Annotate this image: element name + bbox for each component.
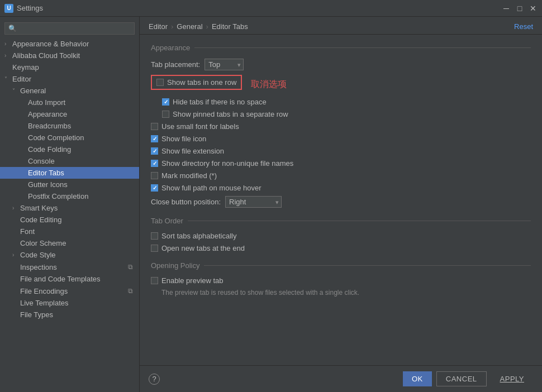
enable-preview-tab-checkbox[interactable]	[151, 277, 158, 284]
sidebar-item-inspections[interactable]: Inspections ⧉	[0, 261, 139, 273]
breadcrumb-editor: Editor	[149, 22, 168, 31]
sort-tabs-alphabetically-checkbox[interactable]	[151, 232, 158, 240]
sidebar-item-label: Gutter Icons	[28, 180, 135, 189]
reset-link[interactable]: Reset	[514, 22, 533, 31]
content-panel: Editor › General › Editor Tabs Reset App…	[140, 17, 542, 392]
appearance-section: Appearance Tab placement: Top Bottom Lef…	[151, 44, 531, 208]
sidebar-item-label: File Types	[20, 310, 135, 319]
show-directory-non-unique-checkbox[interactable]	[151, 160, 158, 167]
sidebar-item-label: Inspections	[20, 263, 126, 271]
close-button[interactable]: ✕	[529, 4, 538, 13]
opening-policy-section-title: Opening Policy	[151, 261, 531, 270]
sidebar-item-smart-keys[interactable]: › Smart Keys	[0, 202, 139, 214]
tab-placement-label: Tab placement:	[151, 60, 200, 69]
open-new-tabs-at-end-checkbox[interactable]	[151, 245, 158, 252]
sidebar-item-appearance[interactable]: Appearance	[0, 108, 139, 120]
ok-button[interactable]: OK	[403, 371, 432, 386]
show-full-path-checkbox[interactable]	[151, 184, 158, 192]
window-controls: ─ □ ✕	[502, 4, 538, 13]
show-pinned-tabs-checkbox[interactable]	[162, 111, 169, 118]
show-full-path-row[interactable]: Show full path on mouse hover	[151, 184, 531, 192]
search-bar[interactable]	[0, 19, 139, 38]
close-button-position-label: Close button position:	[151, 198, 221, 206]
tab-placement-row: Tab placement: Top Bottom Left Right Non…	[151, 59, 531, 70]
show-tabs-one-row-checkbox[interactable]	[156, 79, 164, 86]
show-file-icon-row[interactable]: Show file icon	[151, 135, 531, 143]
sidebar-item-label: Code Folding	[28, 145, 135, 154]
tab-placement-select-wrapper[interactable]: Top Bottom Left Right None	[205, 59, 244, 70]
apply-button[interactable]: APPLY	[491, 372, 533, 386]
open-new-tabs-at-end-label: Open new tabs at the end	[161, 244, 245, 252]
use-small-font-checkbox[interactable]	[151, 123, 158, 130]
tab-order-section-title: Tab Order	[151, 217, 531, 225]
help-button[interactable]: ?	[149, 374, 160, 385]
sidebar-item-general[interactable]: ˅ General	[0, 85, 139, 97]
sidebar-item-alibaba-cloud-toolkit[interactable]: › Alibaba Cloud Toolkit	[0, 50, 139, 61]
sidebar-item-label: File Encodings	[20, 287, 126, 295]
show-file-icon-checkbox[interactable]	[151, 135, 158, 142]
annotation-text: 取消选项	[251, 79, 287, 90]
sort-tabs-alphabetically-row[interactable]: Sort tabs alphabetically	[151, 232, 531, 240]
cancel-button[interactable]: CANCEL	[436, 371, 487, 386]
sidebar-item-file-encodings[interactable]: File Encodings ⧉	[0, 285, 139, 297]
sidebar-item-file-and-code-templates[interactable]: File and Code Templates	[0, 273, 139, 285]
enable-preview-tab-row[interactable]: Enable preview tab	[151, 276, 531, 285]
sidebar-item-postfix-completion[interactable]: Postfix Completion	[0, 190, 139, 202]
sidebar-item-console[interactable]: Console	[0, 155, 139, 167]
sidebar-item-file-types[interactable]: File Types	[0, 309, 139, 321]
window-title: Settings	[17, 4, 502, 12]
sidebar-item-label: Code Style	[20, 251, 135, 259]
show-file-extension-row[interactable]: Show file extension	[151, 147, 531, 155]
opening-policy-section: Opening Policy Enable preview tab The pr…	[151, 261, 531, 297]
sidebar-item-label: Editor	[12, 75, 135, 83]
open-new-tabs-at-end-row[interactable]: Open new tabs at the end	[151, 244, 531, 252]
title-bar: U Settings ─ □ ✕	[0, 0, 542, 17]
sidebar-item-label: File and Code Templates	[20, 275, 135, 283]
show-tabs-one-row-checkbox-row[interactable]: Show tabs in one row	[151, 75, 242, 90]
show-full-path-label: Show full path on mouse hover	[161, 184, 262, 192]
close-button-position-select[interactable]: Left Right Inactive tabs	[225, 196, 282, 208]
sidebar-item-label: Editor Tabs	[28, 169, 135, 177]
expand-arrow: ›	[12, 252, 20, 258]
sidebar-item-font[interactable]: Font	[0, 226, 139, 237]
show-file-extension-checkbox[interactable]	[151, 147, 158, 155]
sidebar-item-code-folding[interactable]: Code Folding	[0, 144, 139, 155]
sidebar-item-label: Alibaba Cloud Toolkit	[12, 51, 135, 60]
sidebar-item-label: Auto Import	[28, 98, 135, 107]
show-file-extension-label: Show file extension	[161, 147, 224, 155]
maximize-button[interactable]: □	[515, 4, 524, 13]
sidebar-item-color-scheme[interactable]: Color Scheme	[0, 237, 139, 249]
tab-placement-select[interactable]: Top Bottom Left Right None	[205, 59, 244, 70]
sidebar-item-code-style[interactable]: › Code Style	[0, 249, 139, 261]
search-input[interactable]	[4, 22, 135, 35]
sidebar-item-gutter-icons[interactable]: Gutter Icons	[0, 179, 139, 190]
breadcrumb-editor-tabs: Editor Tabs	[212, 22, 248, 31]
sidebar-item-label: Live Templates	[20, 299, 135, 307]
sidebar-item-live-templates[interactable]: Live Templates	[0, 297, 139, 309]
content-body: Appearance Tab placement: Top Bottom Lef…	[140, 35, 542, 365]
sidebar-item-editor[interactable]: ˅ Editor	[0, 73, 139, 85]
hide-tabs-no-space-row[interactable]: Hide tabs if there is no space	[151, 98, 531, 106]
sidebar-item-label: Keymap	[12, 63, 135, 71]
minimize-button[interactable]: ─	[502, 4, 511, 13]
sidebar-item-breadcrumbs[interactable]: Breadcrumbs	[0, 120, 139, 132]
sidebar-item-code-completion[interactable]: Code Completion	[0, 132, 139, 144]
sidebar-item-appearance-behavior[interactable]: › Appearance & Behavior	[0, 38, 139, 50]
close-button-select-wrapper[interactable]: Left Right Inactive tabs	[225, 196, 282, 208]
sidebar-item-label: Code Completion	[28, 133, 135, 142]
show-directory-non-unique-row[interactable]: Show directory for non-unique file names	[151, 159, 531, 168]
hide-tabs-no-space-checkbox[interactable]	[162, 98, 169, 106]
sidebar-item-keymap[interactable]: Keymap	[0, 61, 139, 73]
show-file-icon-label: Show file icon	[161, 135, 206, 143]
show-pinned-tabs-row[interactable]: Show pinned tabs in a separate row	[151, 110, 531, 118]
sidebar-item-code-editing[interactable]: Code Editing	[0, 214, 139, 226]
sidebar-item-editor-tabs[interactable]: Editor Tabs	[0, 167, 139, 179]
mark-modified-checkbox[interactable]	[151, 172, 158, 179]
mark-modified-label: Mark modified (*)	[161, 171, 217, 180]
use-small-font-row[interactable]: Use small font for labels	[151, 122, 531, 131]
mark-modified-row[interactable]: Mark modified (*)	[151, 171, 531, 180]
sidebar-item-label: Smart Keys	[20, 204, 135, 212]
breadcrumb-sep1: ›	[171, 22, 173, 31]
sidebar-item-auto-import[interactable]: Auto Import	[0, 97, 139, 108]
sidebar-item-label: Postfix Completion	[28, 192, 135, 200]
